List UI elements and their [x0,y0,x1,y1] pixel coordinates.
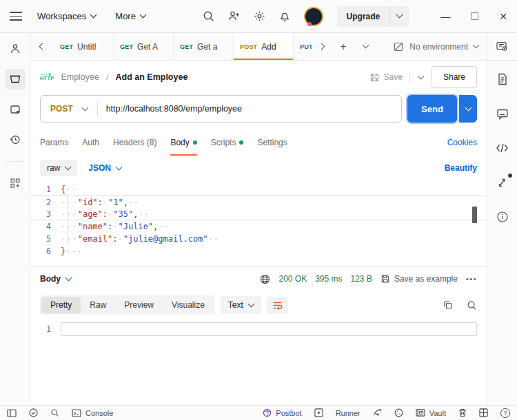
request-tab-1[interactable]: GET Untitl [54,33,114,60]
sidebar-item-history[interactable] [5,129,26,150]
network-globe-icon[interactable] [260,274,270,284]
word-wrap-icon [272,301,283,310]
tab-body[interactable]: Body [170,129,196,156]
help-button[interactable]: ? [500,408,510,418]
chevron-down-icon [90,12,97,19]
upgrade-button[interactable]: Upgrade [337,6,409,27]
sidebar-item-environments[interactable] [5,99,26,120]
save-button[interactable]: Save [369,72,403,83]
code-line[interactable]: 1{·· [30,183,487,196]
copy-response-icon[interactable] [443,300,453,310]
tab-options-caret[interactable] [356,37,375,56]
view-pretty[interactable]: Pretty [41,297,81,313]
request-tab-3[interactable]: GET Get a [174,33,234,60]
capture-requests-button[interactable] [373,408,382,417]
window-minimize-button[interactable]: — [440,11,450,22]
body-language-selector[interactable]: JSON [88,163,121,173]
code-snippet-button[interactable] [492,138,513,158]
workspaces-menu[interactable]: Workspaces [37,11,96,21]
code-line[interactable]: 6}··· [30,245,487,258]
more-menu[interactable]: More [115,11,145,21]
method-value: POST [50,104,73,114]
toggle-sidebar-button[interactable] [7,409,17,417]
wrap-lines-button[interactable] [267,297,288,314]
upgrade-caret[interactable] [390,15,409,17]
save-as-example-button[interactable]: Save as example [381,274,458,284]
split-panes-button[interactable] [479,408,488,417]
vault-button[interactable]: Vault [416,409,446,417]
body-mode-selector[interactable]: raw [40,160,77,176]
response-body-editor[interactable]: 1 [30,319,487,405]
invite-user-icon[interactable] [228,10,240,22]
response-size[interactable]: 123 B [351,274,372,284]
cookies-jar-button[interactable] [394,408,403,417]
view-visualize[interactable]: Visualize [163,297,214,313]
sidebar-item-user[interactable] [5,39,26,59]
breadcrumb-request-name[interactable]: Add an Employee [115,72,187,82]
runner-button[interactable] [314,408,323,417]
search-icon[interactable] [203,10,214,22]
notifications-bell-icon[interactable] [279,10,290,22]
settings-gear-icon[interactable] [254,10,265,22]
sidebar-item-new-import[interactable] [5,173,26,193]
search-response-icon[interactable] [467,300,477,311]
find-button[interactable] [50,408,59,417]
response-empty-line[interactable] [61,322,477,336]
window-maximize-button[interactable] [471,11,478,22]
tabs-scroll-left-button[interactable] [30,33,54,60]
request-body-editor[interactable]: 1{··2···"id":·"1",··3···"age":·"35",··4·… [30,180,487,266]
line-number: 5 [30,233,61,245]
cookies-link[interactable]: Cookies [447,138,477,147]
tab-scripts[interactable]: Scripts [211,129,244,156]
response-status-badge[interactable]: 200 OK [278,274,307,284]
code-line[interactable]: 5···"email":·"julie@gmail.com"·· [30,233,487,245]
comments-panel-button[interactable] [492,103,513,124]
response-more-options[interactable]: ••• [466,275,477,283]
window-close-button[interactable]: ✕ [499,11,507,22]
tab-settings[interactable]: Settings [257,129,287,156]
request-tab-4-active[interactable]: POST Add [234,33,294,60]
send-options-caret[interactable] [459,95,477,123]
request-tab-5[interactable]: PUT [294,33,312,60]
response-format-selector[interactable]: Text [221,296,261,314]
postbot-button[interactable]: Postbot [263,408,301,417]
tab-headers[interactable]: Headers (8) [113,129,156,156]
sync-status-button[interactable] [29,408,38,417]
share-button[interactable]: Share [432,66,477,88]
response-line-number: 1 [30,324,61,334]
tab-label: Untitl [77,42,96,52]
response-body-selector[interactable]: Body [40,274,71,284]
code-line[interactable]: 3···"age":·"35",·· [30,208,487,220]
editor-scrollbar[interactable] [472,207,477,223]
tab-auth[interactable]: Auth [82,129,99,156]
new-tab-button[interactable]: + [334,37,353,56]
tabs-scroll-right-button[interactable] [312,37,331,56]
trash-button[interactable] [458,408,467,417]
console-button[interactable]: Console [72,409,113,417]
user-avatar[interactable] [304,7,323,26]
beautify-link[interactable]: Beautify [445,163,477,173]
method-selector[interactable]: POST [41,104,97,114]
sidebar-item-collections[interactable] [5,69,26,90]
view-preview[interactable]: Preview [115,297,163,313]
environment-selector[interactable]: No environment [385,33,487,60]
request-tab-2[interactable]: GET Get A [114,33,174,60]
code-line[interactable]: 4···"name":·"Julie",·· [30,220,487,233]
code-line[interactable]: 2···"id":·"1",·· [30,196,487,208]
view-raw[interactable]: Raw [81,297,115,313]
runner-label[interactable]: Runner [336,409,361,417]
save-options-caret[interactable] [417,76,425,78]
environment-quick-look[interactable] [492,36,513,57]
main-menu-icon[interactable] [10,12,22,21]
breadcrumb-collection[interactable]: Employee [61,72,99,82]
response-time[interactable]: 395 ms [315,274,342,284]
collections-icon [9,73,21,85]
tab-params[interactable]: Params [40,129,68,156]
chevron-down-icon [139,12,146,19]
documentation-panel-button[interactable] [492,69,513,90]
save-floppy-icon [381,274,390,284]
info-panel-button[interactable] [492,207,513,227]
url-input[interactable]: http://localhost:8080/emp/employee [98,104,401,114]
related-requests-button[interactable] [492,172,513,193]
send-button[interactable]: Send [407,95,457,123]
